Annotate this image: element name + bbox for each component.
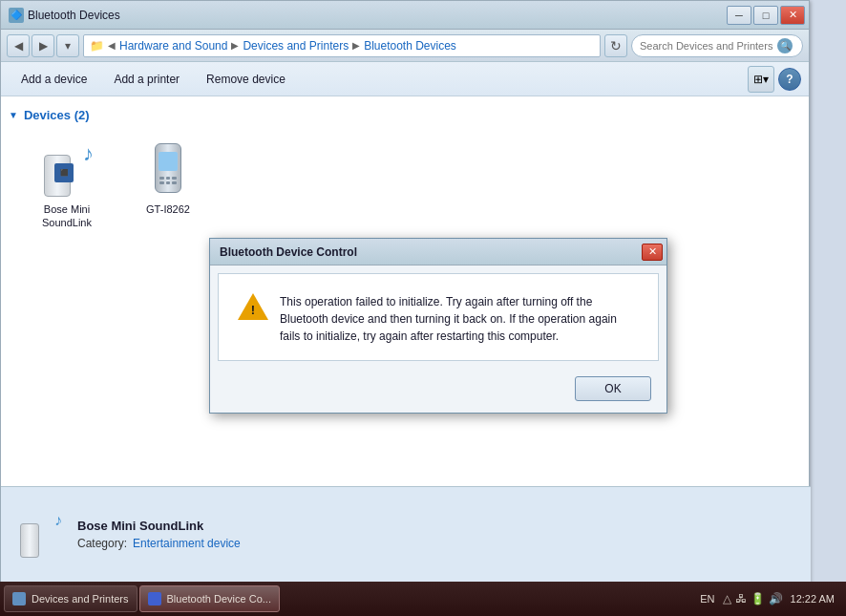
tray-battery-icon: 🔋 bbox=[751, 592, 765, 605]
warning-icon: ! bbox=[238, 293, 268, 324]
taskbar-devices-icon bbox=[12, 592, 26, 605]
dialog-title: Bluetooth Device Control bbox=[220, 245, 357, 259]
dialog-title-bar: Bluetooth Device Control ✕ bbox=[210, 239, 666, 266]
ok-button[interactable]: OK bbox=[575, 376, 651, 401]
bluetooth-dialog: Bluetooth Device Control ✕ ! This operat… bbox=[209, 238, 667, 414]
taskbar-devices-label: Devices and Printers bbox=[32, 593, 129, 605]
taskbar-item-devices[interactable]: Devices and Printers bbox=[4, 585, 137, 612]
tray-arrow-up-icon: △ bbox=[723, 592, 731, 605]
dialog-close-button[interactable]: ✕ bbox=[642, 244, 663, 261]
warning-exclamation: ! bbox=[238, 303, 268, 317]
tray-language: EN bbox=[700, 593, 714, 605]
tray-speaker-icon: 🔊 bbox=[769, 592, 783, 605]
dialog-overlay: Bluetooth Device Control ✕ ! This operat… bbox=[1, 1, 809, 582]
dialog-body: ! This operation failed to initialize. T… bbox=[218, 273, 659, 361]
taskbar-tray: EN △ 🖧 🔋 🔊 12:22 AM bbox=[692, 592, 842, 605]
main-window: 🔷 Bluetooth Devices ─ □ ✕ ◀ ▶ ▾ 📁 ◀ Hard… bbox=[0, 0, 810, 583]
tray-icons: △ 🖧 🔋 🔊 bbox=[723, 592, 783, 605]
taskbar-bluetooth-icon bbox=[148, 592, 161, 605]
tray-time: 12:22 AM bbox=[791, 593, 835, 605]
taskbar: Devices and Printers Bluetooth Device Co… bbox=[0, 582, 846, 616]
dialog-footer: OK bbox=[210, 369, 666, 413]
tray-network-icon: 🖧 bbox=[735, 592, 747, 605]
taskbar-bluetooth-label: Bluetooth Device Co... bbox=[167, 593, 271, 605]
taskbar-item-bluetooth[interactable]: Bluetooth Device Co... bbox=[139, 585, 280, 612]
dialog-message: This operation failed to initialize. Try… bbox=[280, 293, 639, 345]
